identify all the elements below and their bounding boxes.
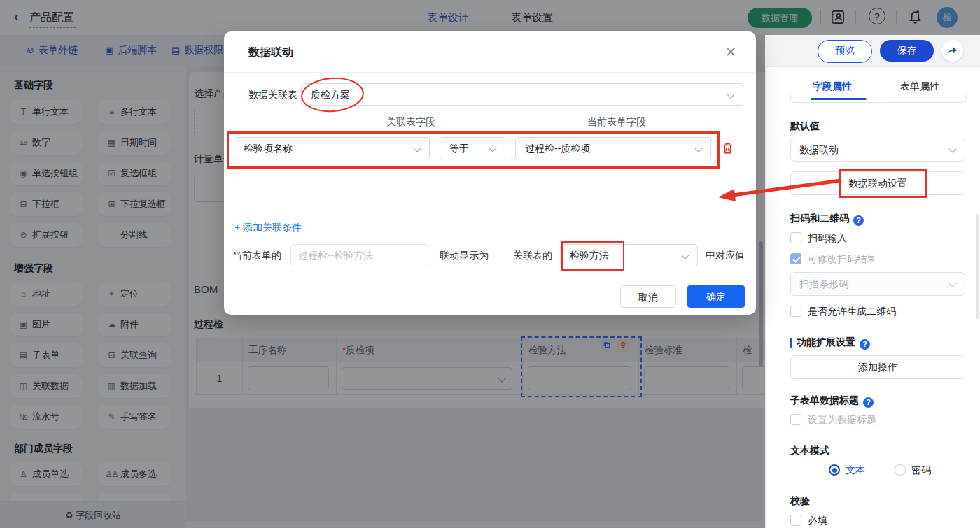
chevron-down-icon bbox=[948, 279, 956, 287]
modal-overlay bbox=[0, 0, 980, 35]
checkbox-scan-input[interactable]: 扫码输入 bbox=[790, 232, 847, 245]
annotation-box-method-field bbox=[561, 241, 624, 271]
checkbox-icon[interactable] bbox=[790, 232, 802, 243]
extension-section-title: 功能扩展设置? bbox=[797, 336, 870, 350]
current-form-field-input[interactable] bbox=[290, 244, 428, 266]
app-root: ‹ 产品配置 表单设计 表单设置 数据管理 ? 检 ⊘表单外链 ▣后端脚本 bbox=[0, 0, 980, 528]
help-icon[interactable]: ? bbox=[853, 215, 864, 226]
suffix-label: 中对应值 bbox=[706, 250, 745, 262]
divider bbox=[224, 72, 756, 73]
radio-selected-icon[interactable] bbox=[829, 464, 840, 476]
col-current-field-label: 当前表单字段 bbox=[515, 116, 718, 129]
checkbox-icon[interactable] bbox=[790, 515, 802, 526]
delete-condition-icon[interactable] bbox=[721, 141, 734, 157]
annotation-box-condition-row bbox=[227, 131, 720, 169]
checkbox-qr-generate[interactable]: 是否允许生成二维码 bbox=[790, 306, 896, 318]
properties-panel: 字段属性 表单属性 默认值 数据联动 数据联动设置 扫码和二维码? 扫码输入 可… bbox=[765, 66, 980, 528]
text-mode-label: 文本模式 bbox=[790, 445, 830, 457]
annotation-box-linkage-setting bbox=[839, 169, 927, 198]
annotation-arrow bbox=[714, 173, 850, 207]
chevron-down-icon bbox=[727, 90, 734, 98]
relation-table-select[interactable]: 质检方案 bbox=[301, 83, 743, 106]
subform-data-title-section: 子表单数据标题? bbox=[790, 394, 874, 408]
confirm-button[interactable]: 确定 bbox=[687, 285, 745, 308]
checkbox-icon[interactable] bbox=[790, 414, 802, 425]
checkbox-checked-icon bbox=[790, 253, 802, 264]
add-condition-link[interactable]: + 添加关联条件 bbox=[234, 222, 302, 234]
validate-label: 校验 bbox=[790, 495, 810, 508]
default-value-select[interactable]: 数据联动 bbox=[790, 138, 965, 162]
scrolled-input-bottom bbox=[790, 95, 967, 103]
col-related-field-label: 关联表字段 bbox=[309, 116, 512, 129]
preview-button[interactable]: 预览 bbox=[818, 40, 872, 63]
dialog-title: 数据联动 bbox=[248, 45, 293, 60]
checkbox-icon[interactable] bbox=[790, 306, 802, 317]
section-accent-bar bbox=[790, 338, 792, 348]
chevron-down-icon bbox=[948, 145, 956, 152]
radio-password-mode[interactable]: 密码 bbox=[895, 464, 931, 477]
radio-text-mode[interactable]: 文本 bbox=[829, 464, 865, 477]
help-icon[interactable]: ? bbox=[860, 339, 870, 350]
default-value-label: 默认值 bbox=[790, 120, 820, 133]
tab-form-properties[interactable]: 表单属性 bbox=[900, 80, 939, 93]
current-form-label: 当前表单的 bbox=[232, 250, 281, 262]
close-icon[interactable]: ✕ bbox=[725, 44, 736, 60]
display-as-label: 联动显示为 bbox=[440, 250, 489, 262]
cancel-button[interactable]: 取消 bbox=[620, 285, 676, 308]
scan-section-title: 扫码和二维码? bbox=[790, 213, 864, 226]
add-action-button[interactable]: 添加操作 bbox=[790, 355, 965, 379]
share-button[interactable] bbox=[941, 40, 963, 62]
panel-scrollbar[interactable] bbox=[976, 214, 979, 319]
data-linkage-dialog: 数据联动 ✕ 数据关联表 质检方案 关联表字段 当前表单字段 检验项名称 等于 … bbox=[224, 31, 756, 315]
checkbox-scan-editable[interactable]: 可修改扫码结果 bbox=[790, 253, 876, 266]
save-button[interactable]: 保存 bbox=[880, 40, 934, 62]
checkbox-set-data-title[interactable]: 设置为数据标题 bbox=[790, 414, 876, 427]
scan-type-select-disabled: 扫描条形码 bbox=[790, 272, 965, 296]
help-icon[interactable]: ? bbox=[863, 397, 874, 408]
radio-icon[interactable] bbox=[895, 464, 906, 476]
tab-field-properties[interactable]: 字段属性 bbox=[813, 80, 852, 93]
related-table-label: 关联表的 bbox=[513, 250, 552, 262]
chevron-down-icon bbox=[681, 251, 689, 259]
checkbox-required[interactable]: 必填 bbox=[790, 515, 827, 527]
relation-table-label: 数据关联表 bbox=[248, 89, 298, 101]
